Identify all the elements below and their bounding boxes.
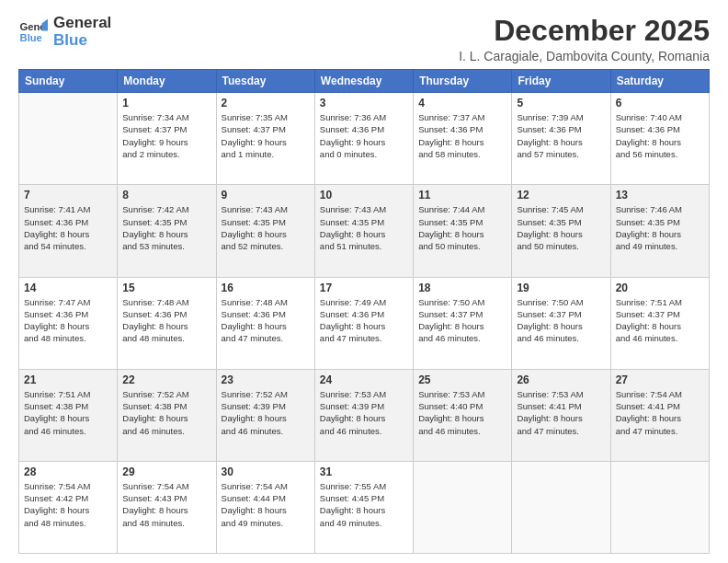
day-number: 14: [24, 282, 112, 294]
header-cell-thursday: Thursday: [414, 70, 512, 93]
day-number: 20: [616, 282, 704, 294]
header-cell-wednesday: Wednesday: [314, 70, 413, 93]
day-cell: 28Sunrise: 7:54 AM Sunset: 4:42 PM Dayli…: [19, 461, 118, 553]
day-detail: Sunrise: 7:35 AM Sunset: 4:37 PM Dayligh…: [222, 111, 310, 160]
day-cell: 21Sunrise: 7:51 AM Sunset: 4:38 PM Dayli…: [19, 369, 118, 461]
day-detail: Sunrise: 7:47 AM Sunset: 4:36 PM Dayligh…: [24, 296, 112, 345]
day-cell: 10Sunrise: 7:43 AM Sunset: 4:35 PM Dayli…: [314, 185, 413, 277]
day-number: 22: [122, 373, 210, 386]
header-cell-monday: Monday: [118, 70, 216, 93]
day-number: 27: [616, 373, 704, 386]
day-cell: 11Sunrise: 7:44 AM Sunset: 4:35 PM Dayli…: [414, 185, 512, 277]
day-detail: Sunrise: 7:37 AM Sunset: 4:36 PM Dayligh…: [418, 111, 506, 160]
subtitle: I. L. Caragiale, Dambovita County, Roman…: [459, 49, 710, 63]
logo-icon: General Blue: [18, 17, 48, 47]
day-cell: 27Sunrise: 7:54 AM Sunset: 4:41 PM Dayli…: [610, 369, 709, 461]
day-cell: 15Sunrise: 7:48 AM Sunset: 4:36 PM Dayli…: [118, 277, 216, 369]
day-detail: Sunrise: 7:53 AM Sunset: 4:39 PM Dayligh…: [320, 388, 408, 437]
day-number: 11: [418, 189, 506, 201]
day-cell: 13Sunrise: 7:46 AM Sunset: 4:35 PM Dayli…: [610, 185, 709, 277]
day-number: 10: [320, 189, 408, 201]
day-detail: Sunrise: 7:54 AM Sunset: 4:42 PM Dayligh…: [24, 480, 112, 529]
day-cell: 26Sunrise: 7:53 AM Sunset: 4:41 PM Dayli…: [512, 369, 610, 461]
day-detail: Sunrise: 7:54 AM Sunset: 4:41 PM Dayligh…: [616, 388, 704, 437]
day-detail: Sunrise: 7:52 AM Sunset: 4:39 PM Dayligh…: [222, 388, 310, 437]
day-cell: 25Sunrise: 7:53 AM Sunset: 4:40 PM Dayli…: [414, 369, 512, 461]
day-cell: [414, 461, 512, 553]
day-cell: 23Sunrise: 7:52 AM Sunset: 4:39 PM Dayli…: [216, 369, 314, 461]
logo-line1: General: [53, 15, 111, 32]
day-cell: 22Sunrise: 7:52 AM Sunset: 4:38 PM Dayli…: [118, 369, 216, 461]
day-cell: 20Sunrise: 7:51 AM Sunset: 4:37 PM Dayli…: [610, 277, 709, 369]
day-detail: Sunrise: 7:51 AM Sunset: 4:37 PM Dayligh…: [616, 296, 704, 345]
month-title: December 2025: [459, 15, 710, 47]
day-number: 7: [24, 189, 112, 201]
day-cell: 1Sunrise: 7:34 AM Sunset: 4:37 PM Daylig…: [118, 93, 216, 185]
day-cell: 17Sunrise: 7:49 AM Sunset: 4:36 PM Dayli…: [314, 277, 413, 369]
day-cell: [19, 93, 118, 185]
day-detail: Sunrise: 7:54 AM Sunset: 4:44 PM Dayligh…: [222, 480, 310, 529]
day-detail: Sunrise: 7:43 AM Sunset: 4:35 PM Dayligh…: [320, 203, 408, 252]
day-detail: Sunrise: 7:34 AM Sunset: 4:37 PM Dayligh…: [122, 111, 210, 160]
title-block: December 2025 I. L. Caragiale, Dambovita…: [459, 15, 710, 63]
day-number: 1: [122, 97, 210, 109]
day-number: 31: [320, 465, 408, 478]
day-detail: Sunrise: 7:40 AM Sunset: 4:36 PM Dayligh…: [616, 111, 704, 160]
day-detail: Sunrise: 7:52 AM Sunset: 4:38 PM Dayligh…: [122, 388, 210, 437]
day-detail: Sunrise: 7:54 AM Sunset: 4:43 PM Dayligh…: [122, 480, 210, 529]
day-cell: 12Sunrise: 7:45 AM Sunset: 4:35 PM Dayli…: [512, 185, 610, 277]
day-cell: 5Sunrise: 7:39 AM Sunset: 4:36 PM Daylig…: [512, 93, 610, 185]
day-number: 25: [418, 373, 506, 386]
day-detail: Sunrise: 7:53 AM Sunset: 4:40 PM Dayligh…: [418, 388, 506, 437]
day-number: 30: [222, 465, 310, 478]
day-detail: Sunrise: 7:53 AM Sunset: 4:41 PM Dayligh…: [517, 388, 605, 437]
day-number: 8: [122, 189, 210, 201]
week-row: 14Sunrise: 7:47 AM Sunset: 4:36 PM Dayli…: [19, 277, 710, 369]
day-detail: Sunrise: 7:48 AM Sunset: 4:36 PM Dayligh…: [122, 296, 210, 345]
day-detail: Sunrise: 7:49 AM Sunset: 4:36 PM Dayligh…: [320, 296, 408, 345]
day-number: 9: [222, 189, 310, 201]
day-detail: Sunrise: 7:50 AM Sunset: 4:37 PM Dayligh…: [418, 296, 506, 345]
day-detail: Sunrise: 7:39 AM Sunset: 4:36 PM Dayligh…: [517, 111, 605, 160]
day-number: 12: [517, 189, 605, 201]
day-cell: 4Sunrise: 7:37 AM Sunset: 4:36 PM Daylig…: [414, 93, 512, 185]
day-number: 28: [24, 465, 112, 478]
header-cell-saturday: Saturday: [610, 70, 709, 93]
day-cell: 6Sunrise: 7:40 AM Sunset: 4:36 PM Daylig…: [610, 93, 709, 185]
day-detail: Sunrise: 7:42 AM Sunset: 4:35 PM Dayligh…: [122, 203, 210, 252]
day-detail: Sunrise: 7:44 AM Sunset: 4:35 PM Dayligh…: [418, 203, 506, 252]
day-cell: 14Sunrise: 7:47 AM Sunset: 4:36 PM Dayli…: [19, 277, 118, 369]
day-cell: 3Sunrise: 7:36 AM Sunset: 4:36 PM Daylig…: [314, 93, 413, 185]
day-number: 21: [24, 373, 112, 386]
day-number: 16: [222, 282, 310, 294]
day-cell: 19Sunrise: 7:50 AM Sunset: 4:37 PM Dayli…: [512, 277, 610, 369]
header-cell-tuesday: Tuesday: [216, 70, 314, 93]
logo-line2: Blue: [53, 32, 111, 50]
day-cell: 16Sunrise: 7:48 AM Sunset: 4:36 PM Dayli…: [216, 277, 314, 369]
day-detail: Sunrise: 7:51 AM Sunset: 4:38 PM Dayligh…: [24, 388, 112, 437]
day-detail: Sunrise: 7:46 AM Sunset: 4:35 PM Dayligh…: [616, 203, 704, 252]
day-number: 6: [616, 97, 704, 109]
day-detail: Sunrise: 7:48 AM Sunset: 4:36 PM Dayligh…: [222, 296, 310, 345]
logo: General Blue General Blue: [18, 15, 111, 49]
week-row: 28Sunrise: 7:54 AM Sunset: 4:42 PM Dayli…: [19, 461, 710, 553]
day-number: 23: [222, 373, 310, 386]
day-number: 2: [222, 97, 310, 109]
day-detail: Sunrise: 7:55 AM Sunset: 4:45 PM Dayligh…: [320, 480, 408, 529]
week-row: 7Sunrise: 7:41 AM Sunset: 4:36 PM Daylig…: [19, 185, 710, 277]
day-cell: 30Sunrise: 7:54 AM Sunset: 4:44 PM Dayli…: [216, 461, 314, 553]
day-cell: [610, 461, 709, 553]
day-detail: Sunrise: 7:50 AM Sunset: 4:37 PM Dayligh…: [517, 296, 605, 345]
day-cell: 7Sunrise: 7:41 AM Sunset: 4:36 PM Daylig…: [19, 185, 118, 277]
day-number: 15: [122, 282, 210, 294]
day-number: 3: [320, 97, 408, 109]
day-number: 4: [418, 97, 506, 109]
calendar-table: SundayMondayTuesdayWednesdayThursdayFrid…: [18, 69, 710, 554]
header-cell-sunday: Sunday: [19, 70, 118, 93]
day-detail: Sunrise: 7:45 AM Sunset: 4:35 PM Dayligh…: [517, 203, 605, 252]
header-cell-friday: Friday: [512, 70, 610, 93]
day-cell: 31Sunrise: 7:55 AM Sunset: 4:45 PM Dayli…: [314, 461, 413, 553]
day-cell: 18Sunrise: 7:50 AM Sunset: 4:37 PM Dayli…: [414, 277, 512, 369]
day-cell: 9Sunrise: 7:43 AM Sunset: 4:35 PM Daylig…: [216, 185, 314, 277]
svg-text:Blue: Blue: [20, 32, 42, 43]
